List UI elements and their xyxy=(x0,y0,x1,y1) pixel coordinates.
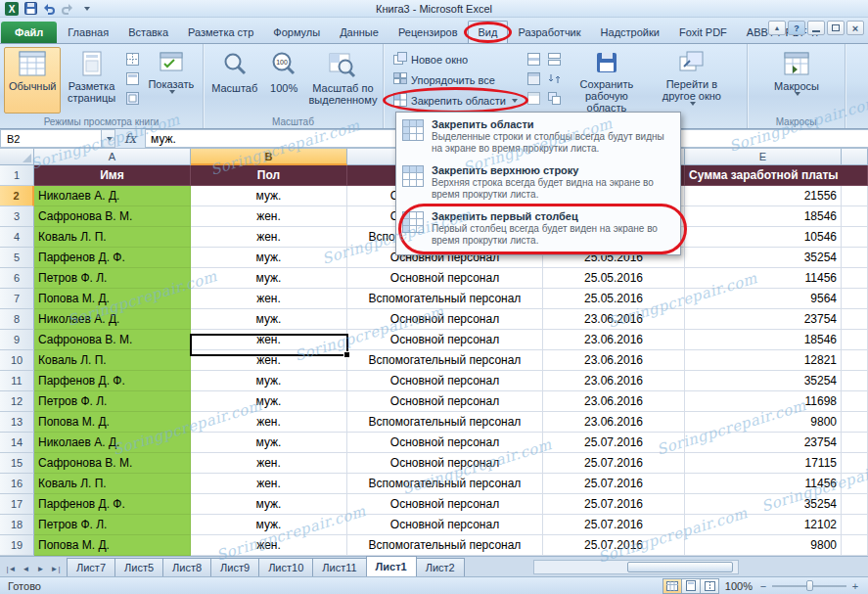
cell-E12[interactable]: 11698 xyxy=(685,391,842,412)
split-window-button[interactable] xyxy=(525,51,542,68)
sheet-tab-Лист5[interactable]: Лист5 xyxy=(114,558,163,576)
cell-C13[interactable]: Вспомогательный персонал xyxy=(347,412,543,433)
cell-E1[interactable]: Сумма заработной платы xyxy=(685,165,868,186)
insert-function-button[interactable]: fx xyxy=(115,129,145,148)
row-header-5[interactable]: 5 xyxy=(0,248,34,268)
cell-F12[interactable] xyxy=(842,391,868,412)
cell-A2[interactable]: Николаев А. Д. xyxy=(34,186,191,206)
hide-window-button[interactable] xyxy=(525,70,542,87)
arrange-all-button[interactable]: Упорядочить все xyxy=(388,69,524,90)
cell-C17[interactable]: Основной персонал xyxy=(347,494,543,515)
cell-B13[interactable]: жен. xyxy=(191,412,347,433)
cell-C14[interactable]: Основной персонал xyxy=(347,433,543,453)
normal-view-shortcut-button[interactable] xyxy=(662,578,682,594)
cell-E15[interactable]: 17115 xyxy=(685,453,842,474)
freeze-panes-button[interactable]: Закрепить области xyxy=(388,90,524,111)
select-all-corner[interactable] xyxy=(0,149,34,165)
zoom-in-icon[interactable]: + xyxy=(850,580,860,592)
cell-F18[interactable] xyxy=(842,515,868,535)
cell-D14[interactable]: 25.07.2016 xyxy=(543,433,685,453)
cell-E17[interactable]: 35254 xyxy=(685,494,842,515)
cell-D8[interactable]: 23.06.2016 xyxy=(543,309,685,330)
cell-A15[interactable]: Сафронова В. М. xyxy=(34,453,191,474)
cell-A3[interactable]: Сафронова В. М. xyxy=(34,206,191,227)
row-header-19[interactable]: 19 xyxy=(0,535,34,556)
row-header-6[interactable]: 6 xyxy=(0,268,34,289)
menu-item-freeze-top-row[interactable]: Закрепить верхнюю строкуВерхняя строка в… xyxy=(396,160,680,206)
macros-button[interactable]: Макросы xyxy=(766,47,827,114)
cell-E2[interactable]: 21556 xyxy=(685,186,842,206)
cell-B3[interactable]: жен. xyxy=(191,206,347,227)
custom-views-button[interactable] xyxy=(124,70,141,87)
sheet-tab-Лист11[interactable]: Лист11 xyxy=(312,558,366,576)
cell-F13[interactable] xyxy=(842,412,868,433)
cell-C16[interactable]: Вспомогательный персонал xyxy=(347,474,543,494)
sheet-tab-Лист2[interactable]: Лист2 xyxy=(416,558,465,576)
minimize-button[interactable] xyxy=(807,21,825,35)
sheet-tab-Лист8[interactable]: Лист8 xyxy=(162,558,211,576)
cell-E8[interactable]: 23754 xyxy=(685,309,842,330)
ribbon-tab-Надстройки[interactable]: Надстройки xyxy=(591,22,669,43)
view-side-by-side-button[interactable] xyxy=(546,51,563,68)
zoom-100-button[interactable]: 100 100% xyxy=(261,47,306,114)
sheet-tab-Лист9[interactable]: Лист9 xyxy=(210,558,259,576)
cell-C11[interactable]: Основной персонал xyxy=(347,371,543,391)
cell-B18[interactable]: муж. xyxy=(191,515,347,535)
cell-A14[interactable]: Николаев А. Д. xyxy=(34,433,191,453)
cell-C7[interactable]: Вспомогательный персонал xyxy=(347,289,543,309)
row-header-7[interactable]: 7 xyxy=(0,289,34,309)
row-header-2[interactable]: 2 xyxy=(0,186,34,206)
cell-C8[interactable]: Основной персонал xyxy=(347,309,543,330)
help-button[interactable]: ? xyxy=(788,21,805,35)
show-button[interactable]: Показать xyxy=(143,47,200,114)
cell-F17[interactable] xyxy=(842,494,868,515)
row-header-4[interactable]: 4 xyxy=(0,227,34,248)
cell-D15[interactable]: 25.07.2016 xyxy=(543,453,685,474)
cell-B11[interactable]: муж. xyxy=(191,371,347,391)
zoom-level[interactable]: 100% xyxy=(725,580,753,592)
zoom-slider[interactable]: − + xyxy=(758,580,860,592)
column-header-A[interactable]: A xyxy=(34,149,191,165)
row-header-3[interactable]: 3 xyxy=(0,206,34,227)
cell-A7[interactable]: Попова М. Д. xyxy=(34,289,191,309)
row-header-17[interactable]: 17 xyxy=(0,494,34,515)
cell-A8[interactable]: Николаев А. Д. xyxy=(34,309,191,330)
cell-F10[interactable] xyxy=(842,350,868,371)
unhide-window-button[interactable] xyxy=(525,90,542,107)
cell-D16[interactable]: 25.07.2016 xyxy=(543,474,685,494)
page-layout-shortcut-button[interactable] xyxy=(681,578,701,594)
normal-view-button[interactable]: Обычный xyxy=(4,47,61,114)
cell-C19[interactable]: Вспомогательный персонал xyxy=(347,535,543,556)
save-workspace-button[interactable]: Сохранить рабочую область xyxy=(565,47,649,114)
ribbon-collapse-button[interactable]: ▲ xyxy=(768,21,786,35)
cell-A9[interactable]: Сафронова В. М. xyxy=(34,330,191,350)
cell-B9[interactable]: жен. xyxy=(191,330,347,350)
cell-B10[interactable]: жен. xyxy=(191,350,347,371)
cell-B2[interactable]: муж. xyxy=(191,186,347,206)
row-header-9[interactable]: 9 xyxy=(0,330,34,350)
cell-F11[interactable] xyxy=(842,371,868,391)
ribbon-tab-Вид[interactable]: Вид xyxy=(468,21,509,43)
previous-sheet-button[interactable]: ◄ xyxy=(20,565,32,573)
cell-D6[interactable]: 25.05.2016 xyxy=(543,268,685,289)
cell-E14[interactable]: 23754 xyxy=(685,433,842,453)
last-sheet-button[interactable]: ►| xyxy=(49,565,62,573)
cell-B1[interactable]: Пол xyxy=(191,165,347,186)
name-box-dropdown[interactable] xyxy=(102,129,115,148)
cell-A17[interactable]: Парфенов Д. Ф. xyxy=(34,494,191,515)
column-header-overflow[interactable] xyxy=(842,149,868,165)
ribbon-tab-Главная[interactable]: Главная xyxy=(58,22,118,43)
cell-A5[interactable]: Парфенов Д. Ф. xyxy=(34,248,191,268)
zoom-slider-thumb[interactable] xyxy=(806,580,813,591)
ribbon-tab-Формулы[interactable]: Формулы xyxy=(263,22,330,43)
horizontal-scrollbar[interactable] xyxy=(533,560,739,574)
cell-B7[interactable]: жен. xyxy=(191,289,347,309)
cell-B17[interactable]: муж. xyxy=(191,494,347,515)
zoom-button[interactable]: Масштаб xyxy=(207,47,261,114)
cell-E4[interactable]: 10546 xyxy=(685,227,842,248)
menu-item-freeze-panes[interactable]: Закрепить областиВыделенные строки и сто… xyxy=(396,114,680,160)
reset-window-position-button[interactable] xyxy=(546,90,563,107)
cell-E3[interactable]: 18546 xyxy=(685,206,842,227)
cell-A18[interactable]: Петров Ф. Л. xyxy=(34,515,191,535)
cell-E7[interactable]: 9564 xyxy=(685,289,842,309)
